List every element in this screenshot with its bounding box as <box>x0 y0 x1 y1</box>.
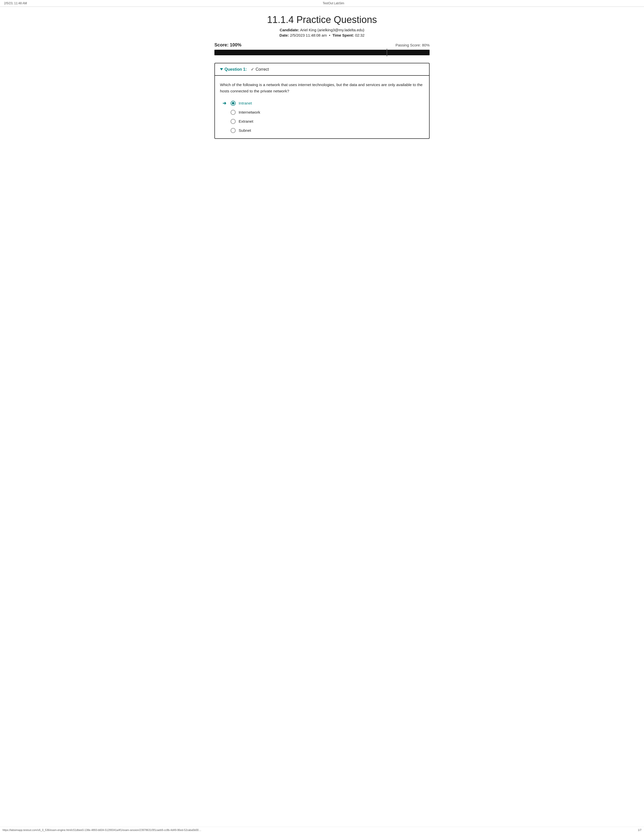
time-spent-value: 02:32 <box>355 33 365 37</box>
radio-inner-dot <box>232 102 234 105</box>
question-body: Which of the following is a network that… <box>215 76 429 138</box>
candidate-info: Candidate: Ariel King (arielking3@my.lad… <box>214 28 430 32</box>
option-label-internetwork: Internetwork <box>239 110 260 114</box>
date-label: Date: <box>280 33 289 37</box>
date-info: Date: 2/5/2023 11:48:08 am • Time Spent:… <box>214 33 430 37</box>
question-number: Question 1: <box>224 67 247 72</box>
correct-badge: ✓ Correct <box>251 67 269 72</box>
radio-subnet[interactable] <box>230 128 236 133</box>
selected-arrow-icon: ➜ <box>222 100 227 106</box>
radio-internetwork[interactable] <box>230 110 236 115</box>
question-text: Which of the following is a network that… <box>220 82 424 95</box>
progress-bar-fill <box>214 50 430 55</box>
radio-intranet[interactable] <box>230 101 236 106</box>
date-value: 2/5/2023 11:48:08 am <box>290 33 327 37</box>
passing-score-label: Passing Score: 80% <box>396 43 430 47</box>
option-label-intranet: Intranet <box>239 101 252 106</box>
footer-page-info: 1/7 <box>638 828 641 831</box>
answer-option-intranet[interactable]: ➜ Intranet <box>222 100 424 106</box>
checkmark-icon: ✓ <box>251 67 254 72</box>
question-card: Question 1: ✓ Correct Which of the follo… <box>214 63 430 139</box>
page-wrapper: 11.1.4 Practice Questions Candidate: Ari… <box>208 7 436 159</box>
question-header: Question 1: ✓ Correct <box>215 63 429 76</box>
candidate-label: Candidate: <box>280 28 299 32</box>
footer-bar: https://labsimapp.testout.com/v6_0_536/e… <box>0 827 644 833</box>
progress-bar-container <box>214 50 430 55</box>
page-title: 11.1.4 Practice Questions <box>214 14 430 25</box>
candidate-name: Ariel King <box>300 28 316 32</box>
answer-option-internetwork[interactable]: ➜ Internetwork <box>222 109 424 115</box>
progress-marker <box>386 49 387 56</box>
radio-extranet[interactable] <box>230 119 236 124</box>
correct-label: Correct <box>256 67 269 72</box>
browser-bar: 2/5/23, 11:48 AM TestOut LabSim <box>0 0 644 7</box>
score-row: Score: 100% Passing Score: 80% <box>214 42 430 48</box>
browser-title: TestOut LabSim <box>323 2 344 5</box>
option-label-subnet: Subnet <box>239 128 251 133</box>
answer-option-subnet[interactable]: ➜ Subnet <box>222 128 424 133</box>
footer-url: https://labsimapp.testout.com/v6_0_536/e… <box>3 828 201 831</box>
option-label-extranet: Extranet <box>239 119 253 124</box>
time-spent-label: Time Spent: <box>332 33 354 37</box>
score-label: Score: 100% <box>214 42 242 48</box>
candidate-email: (arielking3@my.ladelta.edu) <box>317 28 364 32</box>
collapse-icon <box>220 68 223 71</box>
answer-options: ➜ Intranet ➜ Internetwork ➜ Extranet <box>220 100 424 133</box>
answer-option-extranet[interactable]: ➜ Extranet <box>222 119 424 124</box>
question-toggle[interactable]: Question 1: <box>220 67 247 72</box>
browser-datetime: 2/5/23, 11:48 AM <box>4 2 27 5</box>
